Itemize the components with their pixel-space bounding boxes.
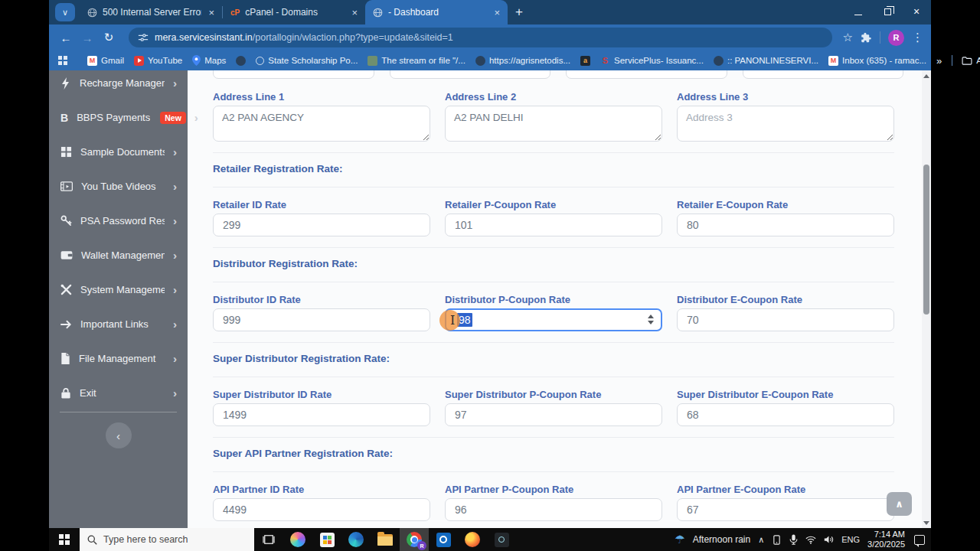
sidebar-item-label: Recharge Management — [80, 77, 165, 89]
chevron-right-icon: › — [173, 145, 177, 158]
back-button[interactable]: ← — [57, 31, 75, 44]
maximize-button[interactable] — [873, 0, 902, 23]
sidebar-item-youtube-videos[interactable]: You Tube Videos › — [49, 169, 188, 204]
bookmark-star-icon[interactable]: ☆ — [843, 31, 853, 44]
clipped-input[interactable] — [390, 70, 551, 79]
browser-toolbar: ← → ↻ mera.servicesinstant.in/portallogi… — [49, 24, 931, 51]
bookmarks-overflow-button[interactable]: » — [936, 55, 942, 67]
ms-store-button[interactable] — [312, 528, 341, 551]
scroll-to-top-button[interactable]: ∧ — [887, 492, 912, 516]
tab-500-error[interactable]: 500 Internal Server Error × — [80, 0, 222, 24]
task-view-button[interactable] — [254, 528, 283, 551]
sidebar-item-recharge-management[interactable]: Recharge Management › — [49, 66, 188, 100]
edge-button[interactable] — [341, 528, 371, 551]
forward-button[interactable]: → — [78, 31, 96, 44]
spinner-down-icon[interactable] — [648, 321, 654, 324]
scrollbar-up-icon[interactable] — [922, 70, 931, 81]
bookmark-panonline[interactable]: :: PANONLINESERVI... — [714, 56, 818, 66]
sidebar-item-file-management[interactable]: File Management › — [49, 341, 188, 376]
bookmark-globe[interactable] — [236, 56, 246, 66]
weather-icon[interactable]: ☂ — [675, 533, 684, 546]
sidebar-item-system-management[interactable]: System Management › — [49, 272, 188, 307]
address-line-1-input[interactable]: A2 PAN AGENCY — [213, 106, 430, 142]
globe-icon — [236, 56, 246, 66]
sidebar-collapse-button[interactable]: ‹ — [106, 422, 132, 448]
bookmark-maps[interactable]: Maps — [192, 55, 226, 66]
sidebar-item-bbps-payments[interactable]: B BBPS Payments New › — [49, 100, 188, 135]
super-distributor-id-rate-input[interactable] — [213, 403, 430, 426]
bookmark-scholarship[interactable]: State Scholarship Po... — [256, 56, 358, 65]
hidden-icons-chevron[interactable]: ∧ — [758, 535, 764, 545]
all-bookmarks-button[interactable]: All Bookmarks — [962, 56, 980, 65]
firefox-button[interactable] — [458, 528, 487, 551]
speaker-icon[interactable] — [824, 535, 834, 544]
address-line-2-input[interactable]: A2 PAN DELHI — [445, 106, 662, 142]
distributor-e-coupon-rate-input[interactable] — [677, 308, 894, 331]
device-icon[interactable] — [772, 535, 782, 545]
bookmark-youtube[interactable]: YouTube — [134, 56, 182, 66]
youtube-icon — [134, 56, 144, 66]
scrollbar-down-icon[interactable] — [922, 517, 931, 528]
retailer-e-coupon-rate-input[interactable] — [677, 214, 894, 236]
weather-label[interactable]: Afternoon rain — [693, 534, 750, 545]
extensions-icon[interactable] — [861, 32, 872, 44]
retailer-p-coupon-rate-input[interactable] — [445, 214, 662, 236]
language-indicator[interactable]: ENG — [841, 535, 860, 544]
spinner-up-icon[interactable] — [648, 315, 654, 318]
clipped-input[interactable] — [566, 70, 727, 79]
super-distributor-p-coupon-rate-input[interactable] — [445, 403, 662, 426]
taskbar-search[interactable]: Type here to search — [80, 528, 254, 551]
bookmark-serviceplus[interactable]: SServicePlus- Issuanc... — [600, 56, 704, 66]
recorder-app-button[interactable] — [487, 528, 516, 551]
sidebar-item-sample-documents[interactable]: Sample Documents › — [49, 135, 188, 169]
outlook-button[interactable] — [429, 528, 458, 551]
taskbar-clock[interactable]: 7:14 AM3/20/2025 — [867, 530, 905, 549]
start-button[interactable] — [49, 528, 80, 551]
tab-dashboard-active[interactable]: - Dashboard × — [365, 0, 508, 24]
field-label: Super Distributor P-Coupon Rate — [445, 389, 662, 401]
clipped-input[interactable] — [743, 70, 904, 79]
sidebar-item-psa-password-reset[interactable]: PSA Password Reset › — [49, 204, 188, 238]
copilot-button[interactable] — [283, 528, 312, 551]
chrome-button-active[interactable]: R — [400, 528, 429, 551]
clipped-input[interactable] — [213, 70, 374, 79]
close-tab-icon[interactable]: × — [492, 7, 501, 18]
address-line-3-input[interactable] — [677, 106, 894, 142]
tab-cpanel[interactable]: cP cPanel - Domains × — [223, 0, 365, 24]
retailer-id-rate-input[interactable] — [213, 214, 430, 236]
file-explorer-button[interactable] — [371, 528, 400, 551]
api-partner-e-coupon-rate-input[interactable] — [677, 498, 894, 521]
address-bar[interactable]: mera.servicesinstant.in/portallogin/wlac… — [129, 28, 832, 47]
distributor-id-rate-input[interactable] — [213, 308, 430, 331]
sidebar-item-exit[interactable]: Exit › — [49, 376, 188, 410]
bookmark-amazon[interactable]: a — [580, 56, 590, 66]
new-tab-button[interactable]: + — [515, 5, 523, 20]
number-spinner[interactable] — [648, 315, 654, 324]
wifi-icon[interactable] — [805, 536, 816, 544]
close-tab-icon[interactable]: × — [207, 7, 216, 18]
api-partner-p-coupon-rate-input[interactable] — [445, 498, 662, 521]
sidebar-item-wallet-management[interactable]: Wallet Management › — [49, 238, 188, 272]
close-tab-icon[interactable]: × — [350, 7, 359, 18]
profile-avatar[interactable]: R — [888, 30, 904, 46]
distributor-p-coupon-rate-input[interactable]: 98 I — [445, 308, 662, 331]
super-distributor-e-coupon-rate-input[interactable] — [677, 403, 894, 426]
sidebar-item-label: BBPS Payments — [77, 112, 150, 123]
bookmark-agrisnet[interactable]: https://agrisnetodis... — [475, 56, 570, 66]
minimize-button[interactable] — [844, 0, 873, 23]
close-window-button[interactable]: × — [902, 0, 931, 23]
microphone-icon[interactable] — [789, 534, 798, 545]
amazon-icon: a — [580, 56, 590, 66]
bookmark-inbox[interactable]: MInbox (635) - ramac... — [828, 56, 926, 66]
page-scrollbar[interactable] — [922, 70, 931, 528]
sidebar-item-important-links[interactable]: Important Links › — [49, 307, 188, 341]
scrollbar-thumb[interactable] — [923, 165, 929, 315]
api-partner-id-rate-input[interactable] — [213, 498, 430, 521]
apps-grid-icon[interactable] — [58, 56, 67, 65]
browser-menu-icon[interactable]: ⋮ — [912, 31, 923, 44]
bookmark-stream[interactable]: The stream or file "/... — [368, 56, 466, 66]
bookmark-gmail[interactable]: MGmail — [87, 56, 124, 66]
action-center-icon[interactable] — [914, 535, 925, 545]
reload-button[interactable]: ↻ — [100, 31, 118, 44]
tab-search-button[interactable]: ∨ — [55, 3, 75, 21]
